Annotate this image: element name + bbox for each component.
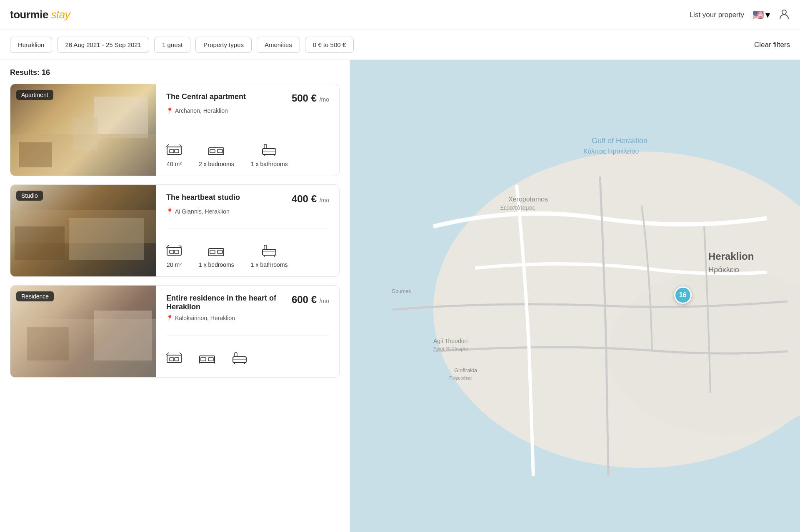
property-types-filter[interactable]: Property types: [195, 37, 252, 53]
svg-rect-29: [209, 249, 224, 255]
card-body: The heartbeat studio 400 € /mo 📍 Ai Gian…: [156, 185, 339, 276]
amenity-bathrooms: 1 x bathrooms: [251, 244, 288, 268]
svg-text:Ξεροπόταμος: Ξεροπόταμος: [500, 204, 535, 211]
svg-rect-31: [218, 250, 222, 254]
svg-point-0: [782, 10, 786, 14]
svg-text:Άγιοι Θεόδωροι: Άγιοι Θεόδωροι: [433, 346, 468, 352]
property-location: 📍 Kalokairinou, Heraklion: [166, 315, 329, 321]
card-image-wrap: Studio: [10, 185, 156, 276]
flag-icon: 🇺🇸: [752, 10, 764, 20]
card-divider: [166, 229, 329, 229]
property-card[interactable]: Apartment The Central apartment 500 € /m…: [10, 84, 340, 176]
location-pin-icon: 📍: [166, 315, 173, 321]
bedrooms-value: 2 x bedrooms: [199, 161, 234, 167]
language-selector[interactable]: 🇺🇸 ▾: [752, 10, 770, 20]
svg-rect-40: [27, 327, 69, 360]
user-icon[interactable]: [778, 8, 790, 22]
chevron-down-icon: ▾: [765, 10, 770, 20]
card-body: Entire residence in the heart of Herakli…: [156, 286, 339, 377]
map-svg: Heraklion Ηράκλειο Xeropotamos Ξεροπόταμ…: [350, 60, 800, 532]
svg-text:Gulf of Heraklion: Gulf of Heraklion: [592, 137, 648, 145]
svg-rect-11: [209, 148, 224, 154]
svg-text:Heraklion: Heraklion: [708, 251, 754, 262]
logo-italic: stay: [51, 8, 70, 21]
amenities-filter[interactable]: Amenities: [257, 37, 300, 53]
dates-filter[interactable]: 26 Aug 2021 - 25 Sep 2021: [57, 37, 149, 53]
location-text: Kalokairinou, Heraklion: [175, 315, 235, 321]
svg-text:Giofirakia: Giofirakia: [454, 367, 478, 373]
results-panel: Results: 16 Apartment: [0, 60, 350, 532]
property-card[interactable]: Residence Entire residence in the heart …: [10, 285, 340, 378]
svg-text:Agii Theodori: Agii Theodori: [433, 338, 468, 344]
bedrooms-value: 1 x bedrooms: [199, 261, 234, 268]
property-type-badge: Residence: [16, 291, 54, 301]
location-pin-icon: 📍: [166, 208, 173, 215]
property-card[interactable]: Studio The heartbeat studio 400 € /mo 📍 …: [10, 184, 340, 277]
bathroom-icon: [262, 144, 277, 158]
svg-rect-6: [167, 147, 181, 154]
svg-rect-24: [167, 248, 181, 255]
area-icon: [166, 144, 182, 158]
svg-text:Κόλπος Ηρακλείου: Κόλπος Ηρακλείου: [583, 148, 639, 155]
svg-rect-13: [218, 149, 222, 153]
card-top: Entire residence in the heart of Herakli…: [166, 294, 329, 311]
card-amenities: 20 m² 1 x bedrooms: [166, 241, 329, 268]
amenity-area: 20 m²: [166, 244, 182, 268]
svg-rect-49: [208, 358, 213, 361]
list-property-button[interactable]: List your property: [690, 11, 744, 19]
card-amenities: [166, 348, 329, 369]
filter-bar: Heraklion 26 Aug 2021 - 25 Sep 2021 1 gu…: [0, 30, 800, 60]
bathroom-icon: [232, 352, 247, 366]
area-value: 20 m²: [167, 261, 182, 268]
card-body: The Central apartment 500 € /mo 📍 Archan…: [156, 84, 339, 176]
bedroom-icon: [199, 352, 215, 366]
results-number: 16: [42, 68, 50, 77]
svg-rect-42: [167, 355, 181, 363]
svg-rect-16: [262, 149, 276, 154]
price-range-filter[interactable]: 0 € to 500 €: [305, 37, 354, 53]
amenity-area: [166, 352, 182, 369]
guests-filter[interactable]: 1 guest: [154, 37, 190, 53]
property-price: 600 € /mo: [292, 294, 329, 306]
card-divider: [166, 128, 329, 128]
map-cluster-marker[interactable]: 16: [674, 286, 692, 304]
amenity-bedrooms: 2 x bedrooms: [199, 144, 234, 167]
svg-rect-23: [69, 218, 144, 260]
amenity-bedrooms: 1 x bedrooms: [199, 244, 234, 268]
svg-rect-8: [175, 149, 179, 153]
header-actions: List your property 🇺🇸 ▾: [690, 8, 790, 22]
card-divider: [166, 336, 329, 336]
property-price: 500 € /mo: [292, 92, 329, 104]
svg-rect-22: [15, 226, 65, 260]
logo: tourmie stay: [10, 8, 70, 21]
bedroom-icon: [208, 144, 225, 158]
location-filter[interactable]: Heraklion: [10, 37, 52, 53]
property-title: The heartbeat studio: [166, 193, 240, 202]
clear-filters-button[interactable]: Clear filters: [754, 41, 790, 49]
results-count: Results: 16: [10, 68, 340, 77]
main-header: tourmie stay List your property 🇺🇸 ▾: [0, 0, 800, 30]
amenity-bathrooms: [232, 352, 247, 369]
location-text: Archanon, Heraklion: [175, 107, 228, 114]
svg-rect-48: [201, 358, 206, 361]
card-image-wrap: Apartment: [10, 84, 156, 176]
area-value: 40 m²: [167, 161, 182, 167]
svg-rect-12: [210, 149, 215, 153]
location-pin-icon: 📍: [166, 107, 173, 114]
property-title: Entire residence in the heart of Herakli…: [166, 294, 283, 311]
svg-text:Ηράκλειο: Ηράκλειο: [708, 266, 739, 274]
card-amenities: 40 m² 2 x bedrooms: [166, 140, 329, 167]
amenity-area: 40 m²: [166, 144, 182, 167]
svg-text:Γιοφυράκια: Γιοφυράκια: [449, 375, 472, 380]
map-panel: Heraklion Ηράκλειο Xeropotamos Ξεροπόταμ…: [350, 60, 800, 532]
svg-rect-44: [175, 358, 179, 361]
amenity-bathrooms: 1 x bathrooms: [251, 144, 288, 167]
location-text: Ai Giannis, Heraklion: [175, 208, 230, 215]
bathrooms-value: 1 x bathrooms: [251, 261, 288, 268]
area-icon: [166, 244, 182, 259]
bathroom-icon: [262, 244, 277, 259]
svg-rect-7: [170, 149, 174, 153]
svg-rect-5: [73, 117, 98, 151]
property-type-badge: Apartment: [16, 90, 53, 100]
svg-rect-2: [94, 97, 148, 138]
